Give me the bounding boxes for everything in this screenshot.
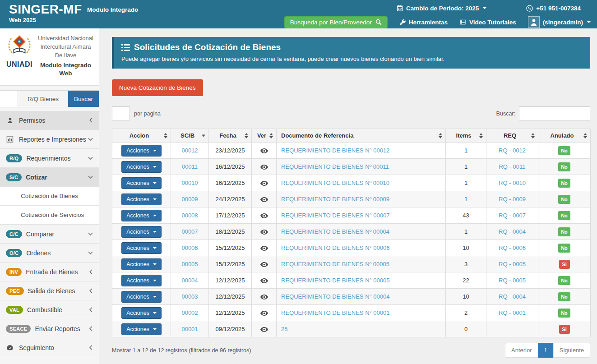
- req-link[interactable]: RQ - 0007: [499, 212, 526, 219]
- sidebar-item-cotizacion-de-servicios[interactable]: Cotización de Servicios: [0, 206, 99, 225]
- acciones-button[interactable]: Acciones: [121, 258, 162, 270]
- documento-link[interactable]: REQUERIMIENTO DE BIENES Nº 00011: [281, 163, 389, 170]
- column-header-fecha[interactable]: Fecha: [209, 129, 252, 143]
- documento-link[interactable]: REQUERIMIENTO DE BIENES N° 00004: [281, 293, 389, 300]
- sidebar-item-cotizacion-de-bienes[interactable]: Cotización de Bienes: [0, 187, 99, 206]
- column-header-label: Ver: [257, 132, 266, 139]
- req-link[interactable]: RQ - 0010: [499, 180, 526, 186]
- scb-link[interactable]: 00004: [181, 277, 198, 284]
- scb-link[interactable]: 00008: [181, 212, 198, 219]
- acciones-button[interactable]: Acciones: [121, 210, 162, 221]
- pagination-page-1[interactable]: 1: [538, 343, 554, 358]
- scb-link[interactable]: 00002: [181, 309, 198, 316]
- scb-link[interactable]: 00009: [181, 196, 198, 203]
- video-tutorials-menu[interactable]: Video Tutoriales: [459, 19, 516, 26]
- documento-link[interactable]: REQUERIMIENTO DE BIENES Nº 00004: [281, 228, 389, 235]
- req-link[interactable]: RQ - 0011: [499, 163, 525, 170]
- view-eye-icon[interactable]: [260, 245, 268, 251]
- documento-link[interactable]: REQUERIMIENTO DE BIENES N° 00005: [281, 277, 389, 284]
- view-eye-icon[interactable]: [260, 213, 268, 219]
- sidebar-item-cotizar[interactable]: S/CCotizar: [0, 168, 99, 187]
- sidebar-item-entrada-de-bienes[interactable]: INVEntrada de Bienes: [0, 263, 99, 281]
- acciones-button[interactable]: Acciones: [121, 291, 162, 303]
- acciones-button[interactable]: Acciones: [121, 226, 162, 238]
- column-header-ver[interactable]: Ver: [252, 129, 277, 143]
- req-link[interactable]: RQ - 0005: [499, 277, 526, 284]
- sidebar-search-input[interactable]: [0, 91, 18, 107]
- phone-number[interactable]: +51 951-007384: [526, 5, 581, 12]
- column-header-accion[interactable]: Accion: [112, 129, 171, 143]
- req-link[interactable]: RQ - 0006: [499, 244, 526, 251]
- scb-link[interactable]: 00005: [181, 261, 198, 267]
- new-quotation-button[interactable]: Nueva Cotización de Bienes: [112, 79, 203, 96]
- column-header-req[interactable]: REQ: [486, 129, 538, 143]
- sidebar-item-reportes-e-impresiones[interactable]: Reportes e Impresiones: [0, 130, 99, 149]
- period-selector[interactable]: Cambio de Periodo: 2025: [397, 5, 486, 12]
- sidebar-item-requerimientos[interactable]: R/QRequerimientos: [0, 149, 99, 168]
- pagination-next[interactable]: Siguiente: [553, 343, 590, 358]
- fecha-cell: 18/12/2025: [209, 224, 252, 240]
- acciones-button[interactable]: Acciones: [121, 194, 162, 205]
- sidebar-item-permisos[interactable]: Permisos: [0, 111, 99, 130]
- view-eye-icon[interactable]: [260, 180, 268, 186]
- scb-link[interactable]: 00003: [181, 293, 198, 300]
- req-link[interactable]: RQ - 0005: [499, 261, 526, 267]
- pagination-previous[interactable]: Anterior: [505, 343, 538, 358]
- column-header-items[interactable]: Items: [446, 129, 486, 143]
- req-link[interactable]: RQ - 0004: [499, 228, 526, 235]
- scb-link[interactable]: 00010: [181, 180, 198, 186]
- req-link[interactable]: RQ - 0004: [499, 293, 526, 300]
- scb-link[interactable]: 00007: [181, 228, 198, 235]
- scb-link[interactable]: 00001: [181, 326, 198, 332]
- acciones-button[interactable]: Acciones: [121, 161, 162, 173]
- documento-link[interactable]: REQUERIMIENTO DE BIENES N° 00001: [281, 309, 389, 316]
- view-eye-icon[interactable]: [260, 278, 268, 284]
- acciones-button[interactable]: Acciones: [121, 177, 162, 189]
- view-eye-icon[interactable]: [260, 148, 268, 154]
- view-eye-icon[interactable]: [260, 327, 268, 332]
- table-search-input[interactable]: [519, 106, 590, 120]
- sidebar-item-enviar-reportes[interactable]: SEACEEnviar Reportes: [0, 319, 99, 338]
- documento-link[interactable]: REQUERIMIENTO DE BIENES Nº 00009: [281, 196, 389, 203]
- view-eye-icon[interactable]: [260, 197, 268, 203]
- scb-link[interactable]: 00012: [181, 147, 198, 154]
- acciones-button[interactable]: Acciones: [121, 323, 162, 335]
- documento-link[interactable]: REQUERIMIENTO DE BIENES N° 00007: [281, 212, 389, 219]
- acciones-button[interactable]: Acciones: [121, 275, 162, 286]
- fecha-cell: 23/12/2025: [209, 143, 252, 159]
- documento-link[interactable]: REQUERIMIENTO DE BIENES Nº 00010: [281, 180, 389, 186]
- sidebar-item-comparar[interactable]: C/CComparar: [0, 225, 99, 244]
- tools-menu[interactable]: Herramientas: [399, 19, 448, 26]
- user-menu[interactable]: (singeradmin): [528, 16, 591, 28]
- search-bien-proveedor-button[interactable]: Busqueda por Bien/Proveedor: [284, 16, 388, 28]
- acciones-button[interactable]: Acciones: [121, 307, 162, 319]
- sort-desc-icon: [202, 134, 205, 137]
- sidebar-search-scope[interactable]: R/Q Bienes: [18, 91, 68, 107]
- column-header-sc-b[interactable]: SC/B: [171, 129, 209, 143]
- column-header-anulado[interactable]: Anulado: [538, 129, 591, 143]
- req-link[interactable]: RQ - 0009: [499, 196, 526, 203]
- acciones-button[interactable]: Acciones: [121, 145, 162, 157]
- view-eye-icon[interactable]: [260, 164, 268, 170]
- column-header-documento-de-referencia[interactable]: Documento de Referencia: [277, 129, 446, 143]
- sidebar-item-salida-de-bienes[interactable]: PECSalida de Bienes: [0, 281, 99, 300]
- scb-link[interactable]: 00006: [181, 244, 198, 251]
- sidebar-item-ordenes[interactable]: O/COrdenes: [0, 244, 99, 263]
- per-page-select[interactable]: [112, 106, 130, 120]
- req-link[interactable]: RQ - 0001: [499, 309, 526, 316]
- view-eye-icon[interactable]: [260, 294, 268, 300]
- sidebar-item-seguimiento[interactable]: Seguimiento: [0, 338, 99, 357]
- documento-link[interactable]: 25: [281, 326, 287, 332]
- sidebar-item-combustible[interactable]: VALCombustible: [0, 300, 99, 319]
- documento-link[interactable]: REQUERIMIENTO DE BIENES N° 00012: [281, 147, 389, 154]
- view-eye-icon[interactable]: [260, 262, 268, 267]
- view-eye-icon[interactable]: [260, 229, 268, 235]
- documento-link[interactable]: REQUERIMIENTO DE BIENES N° 00006: [281, 244, 389, 251]
- acciones-button[interactable]: Acciones: [121, 242, 162, 254]
- req-link[interactable]: RQ - 0012: [499, 147, 526, 154]
- view-eye-icon[interactable]: [260, 310, 268, 316]
- sidebar-search-button[interactable]: Buscar: [68, 91, 99, 107]
- documento-link[interactable]: REQUERIMIENTO DE BIENES Nº 00005: [281, 261, 389, 267]
- scb-link[interactable]: 00011: [182, 163, 198, 170]
- sidebar-badge-val: VAL: [6, 306, 23, 314]
